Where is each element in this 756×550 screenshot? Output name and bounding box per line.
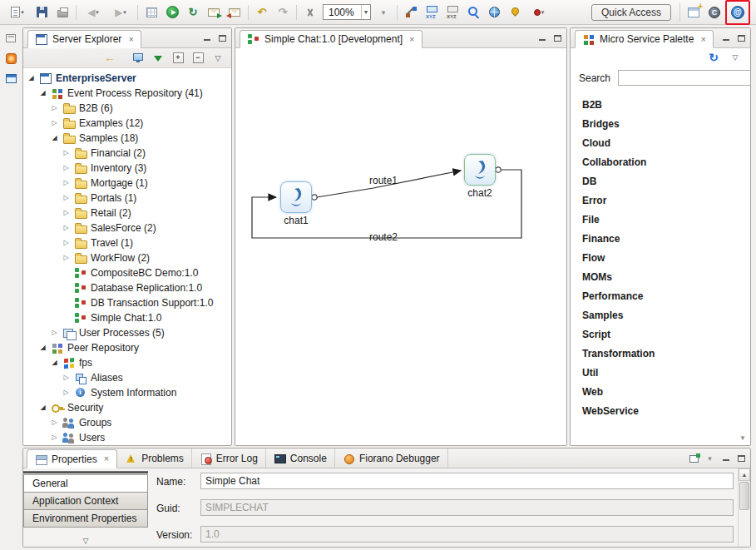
maximize-button[interactable] xyxy=(215,32,230,45)
restore-views-button[interactable] xyxy=(2,30,19,47)
tree-item-groups[interactable]: ▷Groups xyxy=(23,415,231,430)
palette-category-samples[interactable]: Samples xyxy=(571,306,750,325)
tree-item-travel[interactable]: ▷Travel (1) xyxy=(23,235,231,250)
palette-category-cloud[interactable]: Cloud xyxy=(571,134,750,153)
chat2-output-port[interactable] xyxy=(496,167,501,172)
tree-item-enterprise-server[interactable]: ◢EnterpriseServer xyxy=(23,71,231,86)
quick-access-button[interactable]: Quick Access xyxy=(591,4,671,21)
maximize-button[interactable] xyxy=(734,32,749,45)
collapsed-arrow-icon[interactable]: ▷ xyxy=(50,415,59,430)
chat1-output-port[interactable] xyxy=(312,195,317,200)
section-application-context[interactable]: Application Context xyxy=(23,492,148,510)
tab-error-log[interactable]: Error Log xyxy=(192,448,266,468)
web-browser-button[interactable] xyxy=(484,2,504,22)
maximize-button[interactable] xyxy=(551,32,565,45)
tree-item-b2b[interactable]: ▷B2B (6) xyxy=(23,101,231,116)
tree-item-peer-repository[interactable]: ◢Peer Repository xyxy=(23,340,231,355)
palette-category-flow[interactable]: Flow xyxy=(571,249,750,268)
collapse-all-button[interactable]: − xyxy=(190,50,206,67)
scroll-down-icon[interactable]: ▼ xyxy=(739,434,746,442)
minimize-button[interactable] xyxy=(535,32,549,45)
collapsed-arrow-icon[interactable]: ▷ xyxy=(62,176,71,191)
collapsed-arrow-icon[interactable]: ▷ xyxy=(62,370,71,385)
collapsed-arrow-icon[interactable]: ▷ xyxy=(50,325,59,340)
palette-category-performance[interactable]: Performance xyxy=(571,287,750,306)
tree-item-database-replication[interactable]: Database Replication:1.0 xyxy=(23,280,231,295)
palette-category-web[interactable]: Web xyxy=(571,383,750,402)
detach-view-button[interactable] xyxy=(687,452,701,465)
tab-properties[interactable]: Properties × xyxy=(27,449,117,468)
zoom-select[interactable]: 100% ▾ xyxy=(323,4,371,20)
forward-button[interactable]: ▶▾ xyxy=(107,2,134,22)
tree-item-system-information[interactable]: ▷System Information xyxy=(23,385,231,400)
section-overflow-button[interactable]: ▽ xyxy=(23,537,148,545)
expanded-arrow-icon[interactable]: ◢ xyxy=(50,131,59,146)
show-monitor-button[interactable] xyxy=(130,50,146,67)
tab-fiorano-debugger[interactable]: Fiorano Debugger xyxy=(335,448,448,468)
view-menu-button[interactable]: ▽ xyxy=(210,50,226,67)
collapsed-arrow-icon[interactable]: ▷ xyxy=(62,385,71,400)
collapsed-arrow-icon[interactable]: ▷ xyxy=(62,146,71,161)
tree-item-inventory[interactable]: ▷Inventory (3) xyxy=(23,161,231,176)
save-button[interactable] xyxy=(32,2,52,22)
export-button[interactable] xyxy=(204,2,224,22)
online-perspective-button[interactable] xyxy=(704,2,724,22)
palette-category-moms[interactable]: MOMs xyxy=(571,268,750,287)
expanded-arrow-icon[interactable]: ◢ xyxy=(50,355,59,370)
expanded-arrow-icon[interactable]: ◢ xyxy=(38,400,47,415)
undo-button[interactable]: ↶ xyxy=(252,2,272,22)
tab-console[interactable]: Console xyxy=(266,448,335,468)
tree-item-compositebc-demo[interactable]: CompositeBC Demo:1.0 xyxy=(23,265,231,280)
collapsed-arrow-icon[interactable]: ▷ xyxy=(62,161,71,176)
import-event-process-button[interactable] xyxy=(150,50,166,67)
close-icon[interactable]: × xyxy=(409,35,414,44)
import-button[interactable] xyxy=(225,2,245,22)
collapsed-arrow-icon[interactable]: ▷ xyxy=(50,101,59,116)
zoom-menu-button[interactable]: ▾ xyxy=(373,2,393,22)
window-view-button[interactable] xyxy=(2,70,19,87)
palette-category-file[interactable]: File xyxy=(571,211,750,230)
back-button[interactable]: ◀▾ xyxy=(80,2,106,22)
close-icon[interactable]: × xyxy=(128,35,133,44)
close-icon[interactable]: × xyxy=(104,454,109,463)
palette-category-finance[interactable]: Finance xyxy=(571,230,750,249)
scroll-up-button[interactable]: ▲ xyxy=(739,468,750,481)
palette-category-util[interactable]: Util xyxy=(571,364,750,383)
tab-server-explorer[interactable]: Server Explorer × xyxy=(27,30,141,48)
tree-item-fps[interactable]: ◢fps xyxy=(23,355,231,370)
open-perspective-button[interactable] xyxy=(684,2,704,22)
collapsed-arrow-icon[interactable]: ▷ xyxy=(50,116,59,131)
debug-menu-button[interactable]: ▾ xyxy=(526,2,552,22)
palette-category-script[interactable]: Script xyxy=(571,325,750,344)
minimize-button[interactable] xyxy=(719,452,733,465)
tree-item-db-transaction-support[interactable]: DB Transaction Support:1.0 xyxy=(23,295,231,310)
collapsed-arrow-icon[interactable]: ▷ xyxy=(50,430,59,445)
palette-category-error[interactable]: Error xyxy=(571,191,750,211)
palette-view-menu-button[interactable]: ▽ xyxy=(727,49,744,66)
tab-problems[interactable]: Problems xyxy=(117,448,192,468)
tab-micro-service-palette[interactable]: Micro Service Palette × xyxy=(575,30,714,48)
tree-item-mortgage[interactable]: ▷Mortgage (1) xyxy=(23,176,231,191)
vertical-scrollbar[interactable]: ▲ xyxy=(738,468,750,547)
tree-item-users[interactable]: ▷Users xyxy=(23,430,231,445)
tree-item-portals[interactable]: ▷Portals (1) xyxy=(23,191,231,206)
tree-item-workflow[interactable]: ▷WorkFlow (2) xyxy=(23,250,231,265)
tree-item-financial[interactable]: ▷Financial (2) xyxy=(23,146,231,161)
name-input[interactable] xyxy=(200,473,734,489)
cut-button[interactable] xyxy=(300,2,320,22)
redo-button[interactable]: ↷ xyxy=(273,2,293,22)
editor-canvas[interactable]: chat1 chat2 route1 route2 xyxy=(235,48,566,445)
section-general[interactable]: General xyxy=(23,474,148,493)
expanded-arrow-icon[interactable]: ◢ xyxy=(38,340,47,355)
minimize-button[interactable] xyxy=(200,32,214,45)
palette-category-webservice[interactable]: WebService xyxy=(571,402,750,421)
tree-item-simple-chat[interactable]: Simple Chat:1.0 xyxy=(23,310,231,325)
grid-view-button[interactable] xyxy=(141,2,161,22)
tree-item-retail[interactable]: ▷Retail (2) xyxy=(23,206,231,220)
collapsed-arrow-icon[interactable]: ▷ xyxy=(62,220,71,235)
print-button[interactable] xyxy=(52,2,72,22)
view-menu-button[interactable]: ▾ xyxy=(703,452,717,465)
refresh-palette-button[interactable]: ↻ xyxy=(705,49,722,66)
collapsed-arrow-icon[interactable]: ▷ xyxy=(62,191,71,206)
show-port-names-button[interactable] xyxy=(422,2,442,22)
